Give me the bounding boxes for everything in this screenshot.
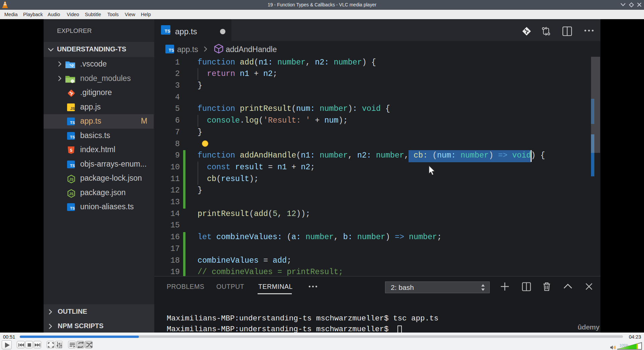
svg-text:JS: JS [69, 191, 73, 195]
svg-text:5: 5 [70, 148, 72, 153]
svg-text:TS: TS [70, 135, 75, 139]
svg-text:JS: JS [70, 106, 75, 110]
svg-text:JS: JS [69, 177, 73, 181]
svg-text:TS: TS [70, 163, 75, 167]
svg-text:TS: TS [169, 48, 174, 53]
svg-text:TS: TS [165, 29, 170, 34]
svg-text:TS: TS [70, 206, 75, 210]
svg-text:TS: TS [70, 121, 75, 125]
